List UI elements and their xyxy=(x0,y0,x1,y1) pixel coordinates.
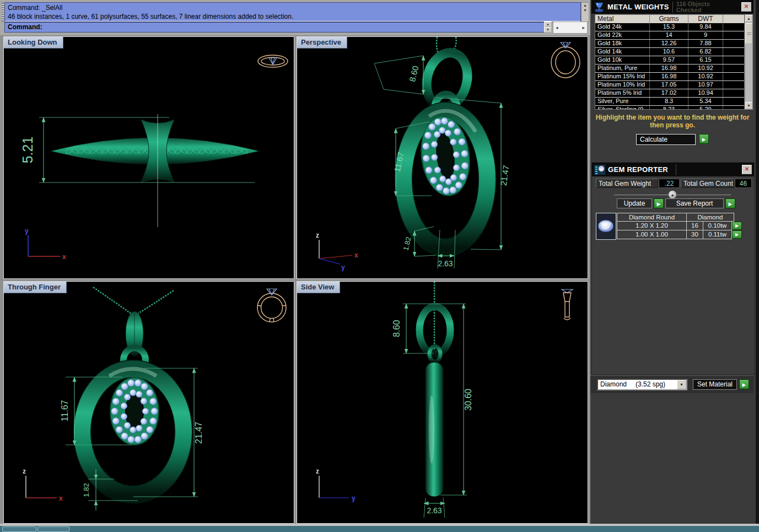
viewport-through-finger[interactable]: Through Finger xyxy=(3,281,294,524)
viewport-canvas-through-finger[interactable]: 11.67 21.47 1.82 xyxy=(4,282,294,523)
command-history[interactable]: Command: _SelAll 46 block instances, 1 c… xyxy=(4,2,581,22)
viewport-looking-down[interactable]: Looking Down 5.21 y xyxy=(3,36,294,279)
svg-text:z: z xyxy=(316,467,319,475)
metal-table-row[interactable]: Gold 10k9.576.15 xyxy=(595,56,744,65)
metal-table-scrollbar[interactable]: ▲ ▼ xyxy=(745,14,753,110)
dimension-bail-height: 8.60 xyxy=(374,56,423,94)
gem-table-row[interactable]: 1.20 X 1.20160.10tw▶ xyxy=(617,222,742,230)
viewport-label-looking-down[interactable]: Looking Down xyxy=(4,37,63,49)
axis-indicator: z x y xyxy=(316,232,358,271)
total-gem-weight-value: .22 xyxy=(659,179,680,188)
svg-text:y: y xyxy=(25,227,29,235)
gem-row-go-button[interactable]: ▶ xyxy=(732,230,742,239)
objects-checked-status: 116 Objects Checked xyxy=(676,1,710,13)
svg-text:5.21: 5.21 xyxy=(20,137,35,164)
material-density: (3.52 spg) xyxy=(636,380,665,389)
save-report-button[interactable]: Save Report xyxy=(665,198,724,208)
gem-table-row[interactable]: 1.00 X 1.00300.11tw▶ xyxy=(617,230,742,239)
svg-text:z: z xyxy=(316,232,319,239)
total-gem-count-label: Total Gem Count xyxy=(681,179,734,188)
svg-text:11.67: 11.67 xyxy=(60,400,69,421)
view-thumbnail-icon[interactable] xyxy=(258,55,288,67)
update-go-button[interactable]: ▶ xyxy=(654,198,664,208)
viewport-perspective[interactable]: Perspective xyxy=(297,36,588,279)
viewport-canvas-looking-down[interactable]: 5.21 y x xyxy=(4,37,294,278)
svg-text:y: y xyxy=(352,495,356,502)
right-panel: METAL WEIGHTS 116 Objects Checked ✕ Meta… xyxy=(590,0,759,524)
command-input[interactable]: Command: xyxy=(4,22,546,33)
metal-weights-titlebar: METAL WEIGHTS 116 Objects Checked ✕ xyxy=(591,0,753,14)
view-thumbnail-icon[interactable] xyxy=(562,289,573,320)
metal-table-row[interactable]: Gold 24k15.39.84 xyxy=(595,23,744,31)
metal-table-header: Metal Grams DWT xyxy=(595,15,744,23)
metal-table-row[interactable]: Platinum 5% Irid17.0210.94 xyxy=(595,89,744,98)
viewport-side-view[interactable]: Side View 8.60 30. xyxy=(297,281,588,524)
metal-weights-close-button[interactable]: ✕ xyxy=(741,2,751,12)
total-gem-count-value: 46 xyxy=(735,179,752,188)
viewport-canvas-side-view[interactable]: 8.60 30.60 2.63 z y xyxy=(297,282,588,523)
view-thumbnail-icon[interactable] xyxy=(551,42,580,78)
material-controls: Diamond (3.52 spg) ▼ Set Material ▶ xyxy=(590,375,753,393)
command-history-line1: Command: _SelAll xyxy=(5,3,580,12)
gem-preview xyxy=(596,213,616,240)
gem-icon xyxy=(596,213,616,239)
metal-weights-icon xyxy=(593,2,605,13)
metal-table-row[interactable]: Gold 22k149 xyxy=(595,31,744,40)
save-report-go-button[interactable]: ▶ xyxy=(725,198,735,208)
set-material-button[interactable]: Set Material xyxy=(693,379,737,390)
axis-indicator: y x xyxy=(25,227,66,261)
gem-table-header: Diamond Round Diamond xyxy=(617,213,742,222)
gem-reporter-close-button[interactable]: ✕ xyxy=(742,165,752,174)
metal-table-row[interactable]: Silver, Pure8.35.34 xyxy=(595,98,744,106)
taskbar-button[interactable] xyxy=(37,526,69,532)
gem-row-go-button[interactable]: ▶ xyxy=(732,222,742,230)
total-gem-weight-label: Total Gem Weight xyxy=(596,179,658,188)
svg-text:x: x xyxy=(62,253,66,261)
command-prompt: Command: xyxy=(8,23,42,31)
bottom-bar xyxy=(0,524,759,532)
calculate-go-button[interactable]: ▶ xyxy=(699,134,709,144)
gem-table: Diamond Round Diamond 1.20 X 1.20160.10t… xyxy=(617,213,742,239)
metal-table-body: Gold 24k15.39.84Gold 22k149Gold 18k12.26… xyxy=(595,23,744,109)
axis-indicator: z x xyxy=(23,467,63,502)
viewport-canvas-perspective[interactable]: 8.60 11.67 21.47 xyxy=(297,37,588,278)
metal-table-row[interactable]: Silver, Sterling (9...8.235.29 xyxy=(595,106,744,109)
calculate-button[interactable]: Calculate xyxy=(636,134,696,145)
gem-reporter-title: GEM REPORTER xyxy=(608,165,668,174)
command-hscrollbar[interactable]: ◂▸ xyxy=(553,22,588,34)
dimension-overall-height: 30.60 xyxy=(440,304,473,495)
command-history-scrollbar[interactable]: ▲▼ xyxy=(581,2,589,22)
viewport-label-side-view[interactable]: Side View xyxy=(297,282,340,293)
metal-table-row[interactable]: Platinum 10% Irid17.0510.97 xyxy=(595,81,744,89)
svg-text:y: y xyxy=(341,264,345,271)
scroll-up-icon[interactable]: ▲ xyxy=(745,15,752,22)
taskbar-button[interactable] xyxy=(2,526,36,532)
report-slider-handle[interactable]: ▲ xyxy=(668,190,677,199)
set-material-go-button[interactable]: ▶ xyxy=(739,379,749,389)
metal-weights-window: METAL WEIGHTS 116 Objects Checked ✕ Meta… xyxy=(591,0,753,156)
command-spinner[interactable]: ▲▼ xyxy=(544,22,552,33)
metal-table-row[interactable]: Platinum, Pure16.9810.92 xyxy=(595,65,744,73)
update-button[interactable]: Update xyxy=(617,198,652,208)
svg-text:1.82: 1.82 xyxy=(82,483,90,497)
viewport-label-through-finger[interactable]: Through Finger xyxy=(4,282,67,293)
metal-table-row[interactable]: Gold 18k12.267.88 xyxy=(595,40,744,48)
pendant-top-render xyxy=(50,114,260,227)
scroll-thumb[interactable] xyxy=(745,23,752,44)
metal-table-row[interactable]: Platinum 15% Irid16.9810.92 xyxy=(595,73,744,81)
metal-table-row[interactable]: Gold 14k10.66.82 xyxy=(595,48,744,56)
dimension-bottom-width: 2.63 xyxy=(424,498,445,518)
svg-text:x: x xyxy=(354,251,358,259)
dropdown-arrow-icon[interactable]: ▼ xyxy=(677,380,686,389)
view-thumbnail-icon[interactable] xyxy=(257,289,286,322)
svg-text:x: x xyxy=(59,495,63,502)
svg-text:21.47: 21.47 xyxy=(194,422,203,444)
viewport-grid: Looking Down 5.21 y xyxy=(3,36,588,524)
svg-text:21.47: 21.47 xyxy=(499,164,511,186)
taskbar xyxy=(0,526,759,532)
viewport-label-perspective[interactable]: Perspective xyxy=(297,37,347,49)
scroll-down-icon[interactable]: ▼ xyxy=(745,102,752,109)
app-window: Command: _SelAll 46 block instances, 1 c… xyxy=(0,0,759,532)
material-dropdown[interactable]: Diamond (3.52 spg) ▼ xyxy=(597,379,687,390)
command-history-line2: 46 block instances, 1 curve, 61 polysurf… xyxy=(5,12,580,22)
